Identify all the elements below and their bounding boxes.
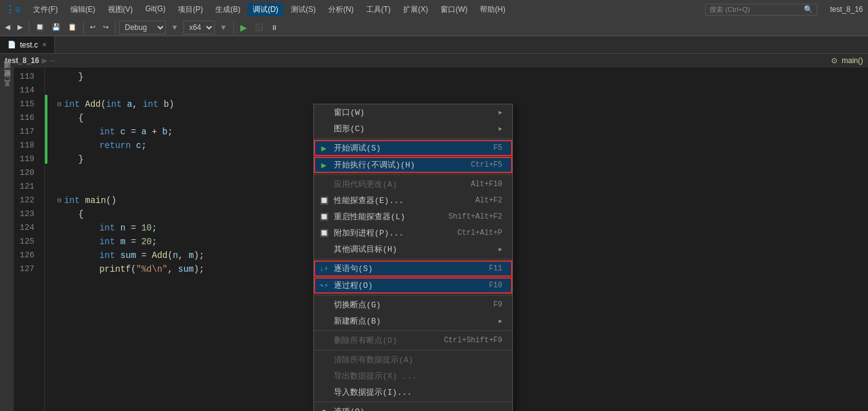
submenu-arrow-graphics: ▶ [499, 125, 502, 132]
vs-logo: ⋮≡ [5, 4, 21, 16]
search-icon: 🔍 [804, 5, 813, 14]
menu-item-step-over[interactable]: ↷⚡ 逐过程(O) F10 [314, 277, 512, 294]
menu-file[interactable]: 文件(F) [28, 3, 62, 16]
collapse-122[interactable]: ⊟ [57, 194, 62, 207]
ln-116: 116 [14, 111, 39, 125]
menu-edit[interactable]: 编辑(E) [66, 3, 100, 16]
sidebar-icon-breakpoints[interactable]: 断点窗口 [1, 79, 13, 86]
menu-label-new-bp: 新建断点(B) [334, 315, 494, 327]
menu-label-restart-perf: 重启性能探查器(L) [334, 211, 431, 222]
toolbar: ◀ ▶ 🔲 💾 📋 ↩ ↪ Debug Release ▼ x64 x86 ▼ … [0, 19, 868, 36]
breadcrumb-project: test_8_16 [5, 56, 39, 65]
menu-sep-3 [314, 259, 512, 259]
back-button[interactable]: ◀ [2, 22, 12, 32]
menu-label-export-data: 导出数据提示(X) ... [334, 370, 502, 382]
code-line-113: } [57, 70, 868, 84]
menu-icon-start-nodebug: ▶ [319, 160, 329, 171]
ln-125: 125 [14, 235, 39, 249]
menu-icon-step-into: ↓⚡ [319, 264, 329, 274]
undo-button[interactable]: ↩ [87, 22, 98, 32]
menu-tools[interactable]: 工具(T) [361, 3, 396, 16]
menu-item-attach[interactable]: 🔲 附加到进程(P)... Ctrl+Alt+P [314, 225, 512, 241]
toolbar-sep-4 [233, 21, 234, 34]
menu-item-start-debug[interactable]: ▶ 开始调试(S) F5 [314, 140, 512, 156]
menu-project[interactable]: 项目(P) [173, 3, 208, 16]
breadcrumb-sep: ▶ [42, 56, 47, 65]
window-title: test_8_16 [830, 5, 863, 14]
menu-label-other-targets: 其他调试目标(H) [334, 244, 494, 255]
menu-analyze[interactable]: 分析(N) [323, 3, 359, 16]
menu-label-options: 选项(O)... [334, 406, 502, 411]
menu-item-start-nodebug[interactable]: ▶ 开始执行(不调试)(H) Ctrl+F5 [314, 157, 512, 173]
menu-icon-start-debug: ▶ [319, 143, 329, 154]
tab-icon-test-c: 📄 [7, 41, 16, 49]
menu-shortcut-del-all-bp: Ctrl+Shift+F9 [444, 336, 502, 345]
submenu-arrow-window: ▶ [499, 109, 502, 116]
ln-119: 119 [14, 152, 39, 166]
toolbar-icon-3[interactable]: 📋 [66, 22, 79, 32]
ln-121: 121 [14, 180, 39, 194]
title-bar: ⋮≡ 文件(F) 编辑(E) 视图(V) Git(G) 项目(P) 生成(B) … [0, 0, 868, 19]
menu-item-import-data[interactable]: 导入数据提示(I)... [314, 384, 512, 400]
menu-build[interactable]: 生成(B) [210, 3, 245, 16]
menu-shortcut-attach: Ctrl+Alt+P [457, 229, 502, 237]
toolbar-icon-1[interactable]: 🔲 [33, 22, 47, 32]
menu-item-new-bp[interactable]: 新建断点(B) ▶ [314, 313, 512, 329]
menu-label-step-over: 逐过程(O) [334, 280, 471, 291]
menu-item-restart-perf[interactable]: 🔲 重启性能探查器(L) Shift+Alt+F2 [314, 209, 512, 225]
menu-item-export-data: 导出数据提示(X) ... [314, 368, 512, 384]
sidebar-icon-debug[interactable]: 调试器 [1, 70, 13, 77]
breadcrumb-bar: test_8_16 ▶ ··· ⊙ main() [0, 54, 868, 67]
menu-test[interactable]: 测试(S) [286, 3, 321, 16]
menu-label-apply-code: 应用代码更改(A) [334, 179, 454, 190]
toolbar-btn-3[interactable]: ⏸ [268, 22, 280, 32]
ln-113: 113 [14, 70, 39, 84]
menu-label-clear-data: 清除所有数据提示(A) [334, 354, 502, 365]
debug-config-select[interactable]: Debug Release [119, 21, 166, 34]
menu-item-other-targets[interactable]: 其他调试目标(H) ▶ [314, 241, 512, 257]
collapse-115[interactable]: ⊟ [57, 97, 62, 111]
menu-item-step-into[interactable]: ↓⚡ 逐语句(S) F11 [314, 260, 512, 277]
tab-label-test-c: test.c [20, 41, 38, 49]
menu-item-window[interactable]: 窗口(W) ▶ [314, 104, 512, 121]
menu-sep-7 [314, 402, 512, 402]
menu-icon-perf: 🔲 [319, 196, 329, 206]
search-box[interactable]: 搜索 (Ctrl+Q) 🔍 [705, 4, 817, 16]
redo-button[interactable]: ↪ [100, 22, 111, 32]
arch-select[interactable]: x64 x86 [183, 21, 215, 34]
ln-118: 118 [14, 139, 39, 152]
ln-123: 123 [14, 207, 39, 221]
menu-icon-step-over: ↷⚡ [319, 281, 329, 290]
menu-item-perf[interactable]: 🔲 性能探查器(E)... Alt+F2 [314, 192, 512, 209]
menu-shortcut-perf: Alt+F2 [475, 196, 502, 205]
menu-sep-4 [314, 295, 512, 295]
menu-sep-5 [314, 330, 512, 331]
toolbar-btn-2[interactable]: ⬛ [252, 22, 266, 32]
menu-item-options[interactable]: ⚙ 选项(O)... [314, 404, 512, 411]
menu-bar: 文件(F) 编辑(E) 视图(V) Git(G) 项目(P) 生成(B) 调试(… [28, 3, 510, 16]
toolbar-sep-3 [115, 21, 115, 34]
menu-git[interactable]: Git(G) [140, 3, 171, 16]
run-button[interactable]: ▶ [238, 21, 250, 34]
toolbar-sep-1 [29, 21, 29, 34]
sidebar-icon-tools[interactable]: 工具 [1, 87, 13, 95]
forward-button[interactable]: ▶ [15, 22, 25, 32]
tab-test-c[interactable]: 📄 test.c ✕ [0, 36, 55, 53]
menu-view[interactable]: 视图(V) [103, 3, 138, 16]
debug-dropdown-menu: 窗口(W) ▶ 图形(C) ▶ ▶ 开始调试(S) F5 ▶ 开始执行(不调试)… [313, 104, 513, 411]
menu-help[interactable]: 帮助(H) [475, 3, 510, 16]
menu-item-toggle-bp[interactable]: 切换断点(G) F9 [314, 297, 512, 313]
ln-127: 127 [14, 262, 39, 276]
menu-window[interactable]: 窗口(W) [436, 3, 472, 16]
menu-debug[interactable]: 调试(D) [248, 3, 283, 16]
tab-close-test-c[interactable]: ✕ [42, 41, 47, 48]
ln-122: 122 [14, 194, 39, 207]
ln-115: 115 [14, 97, 39, 111]
menu-item-graphics[interactable]: 图形(C) ▶ [314, 121, 512, 137]
menu-shortcut-toggle-bp: F9 [494, 300, 502, 309]
menu-sep-1 [314, 138, 512, 139]
menu-extensions[interactable]: 扩展(X) [398, 3, 433, 16]
search-placeholder: 搜索 (Ctrl+Q) [710, 5, 749, 14]
toolbar-icon-2[interactable]: 💾 [49, 22, 63, 32]
menu-icon-attach: 🔲 [319, 229, 329, 238]
